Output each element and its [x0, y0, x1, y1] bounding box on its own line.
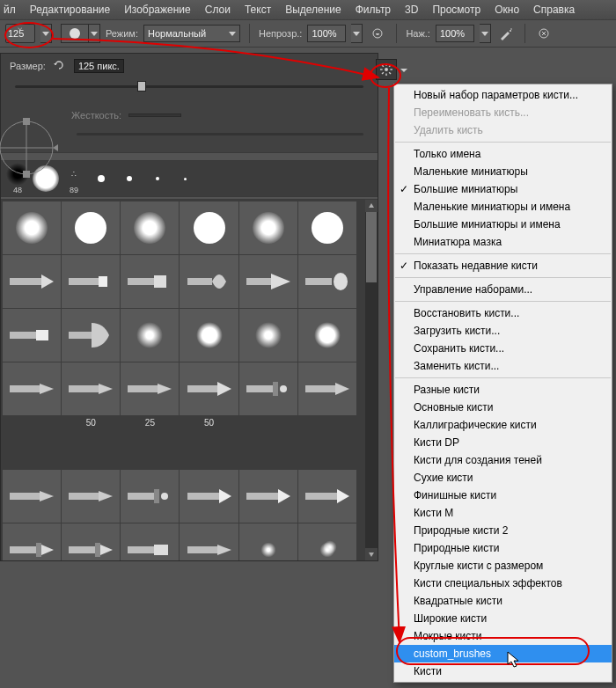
- menu-large-thumb-names[interactable]: Большие миниатюры и имена: [394, 216, 612, 233]
- recent-brush[interactable]: [117, 166, 142, 191]
- brush-cell[interactable]: 9: [239, 523, 297, 560]
- scrollbar[interactable]: [365, 200, 378, 560]
- menu-select[interactable]: Выделение: [285, 4, 341, 16]
- menu-set[interactable]: Круглые кисти с размером: [394, 557, 612, 575]
- menu-file[interactable]: йл: [4, 4, 16, 16]
- menu-mask-thumb[interactable]: Миниатюра мазка: [394, 233, 612, 251]
- brush-cell[interactable]: [239, 309, 297, 362]
- menu-filter[interactable]: Фильтр: [356, 4, 391, 16]
- brush-cell[interactable]: 30: [3, 523, 61, 560]
- menu-help[interactable]: Справка: [533, 4, 575, 16]
- menu-set[interactable]: Кисти DP: [394, 434, 612, 451]
- menu-set[interactable]: Сухие кисти: [394, 469, 612, 487]
- size-value[interactable]: 125 пикс.: [74, 59, 124, 73]
- brush-cell[interactable]: [62, 309, 120, 362]
- menu-reset[interactable]: Восстановить кисти...: [394, 304, 612, 322]
- menu-image[interactable]: Изображение: [124, 4, 191, 16]
- brush-cell[interactable]: 40: [62, 523, 120, 560]
- blend-mode-combo[interactable]: Нормальный: [143, 25, 240, 42]
- menu-3d[interactable]: 3D: [405, 4, 418, 16]
- brush-cell[interactable]: [3, 309, 61, 362]
- flow-dropdown[interactable]: [480, 24, 491, 43]
- brush-cell[interactable]: [180, 470, 238, 523]
- opacity-dropdown[interactable]: [351, 24, 363, 43]
- hardness-slider[interactable]: [77, 133, 363, 135]
- menu-preset-manager[interactable]: Управление наборами...: [394, 281, 612, 298]
- brush-preset-dropdown[interactable]: [89, 24, 100, 43]
- menu-set[interactable]: Квадратные кисти: [394, 592, 612, 610]
- menu-new-preset[interactable]: Новый набор параметров кисти...: [394, 86, 612, 104]
- menu-set[interactable]: Широкие кисти: [394, 610, 612, 627]
- gear-icon[interactable]: [376, 59, 397, 80]
- brush-cell[interactable]: [298, 255, 356, 308]
- brush-cell[interactable]: [298, 523, 356, 560]
- hardness-value[interactable]: [128, 113, 181, 117]
- menu-set[interactable]: Финишные кисти: [394, 487, 612, 504]
- size-slider[interactable]: [15, 85, 363, 88]
- brush-cell[interactable]: 50: [62, 362, 120, 415]
- menu-large-thumb[interactable]: Большие миниатюры: [394, 180, 612, 198]
- menu-names-only[interactable]: Только имена: [394, 145, 612, 163]
- brush-cell[interactable]: 50: [180, 362, 238, 415]
- menu-edit[interactable]: Редактирование: [30, 4, 110, 16]
- menu-set[interactable]: Разные кисти: [394, 381, 612, 399]
- menu-set[interactable]: Природные кисти: [394, 539, 612, 557]
- brush-cell[interactable]: [3, 255, 61, 308]
- brush-cell[interactable]: [121, 255, 179, 308]
- brush-cell[interactable]: [121, 201, 179, 254]
- pressure-opacity-icon[interactable]: [368, 24, 387, 43]
- scroll-down-icon[interactable]: [365, 548, 378, 560]
- menu-set[interactable]: Каллиграфические кисти: [394, 416, 612, 434]
- menu-small-thumb-names[interactable]: Маленькие миниатюры и имена: [394, 198, 612, 216]
- brush-angle-control[interactable]: [0, 115, 59, 180]
- menu-show-recent[interactable]: Показать недавние кисти: [394, 257, 612, 274]
- recent-brush[interactable]: [173, 167, 197, 191]
- menu-set[interactable]: Природные кисти 2: [394, 522, 612, 539]
- menu-replace[interactable]: Заменить кисти...: [394, 357, 612, 375]
- brush-cell[interactable]: [239, 362, 297, 415]
- brush-cell[interactable]: [62, 201, 120, 254]
- reset-size-icon[interactable]: [53, 59, 67, 73]
- recent-brush[interactable]: [145, 166, 170, 191]
- brush-cell[interactable]: [180, 523, 238, 560]
- brush-cell[interactable]: [180, 201, 238, 254]
- brush-cell[interactable]: 25: [121, 362, 179, 415]
- menu-set[interactable]: Мокрые кисти: [394, 627, 612, 645]
- menu-set-custom[interactable]: custom_brushes: [394, 645, 612, 662]
- pressure-size-icon[interactable]: [534, 24, 554, 43]
- menu-load[interactable]: Загрузить кисти...: [394, 322, 612, 340]
- brush-cell[interactable]: [298, 362, 356, 415]
- brush-cell[interactable]: [298, 309, 356, 362]
- opacity-field[interactable]: 100%: [307, 25, 346, 42]
- menu-set[interactable]: Кисти специальных эффектов: [394, 575, 612, 592]
- scroll-thumb[interactable]: [366, 212, 377, 282]
- brush-cell[interactable]: [3, 201, 61, 254]
- recent-brush[interactable]: ∴ 89: [62, 163, 85, 194]
- menu-set[interactable]: Кисти для создания теней: [394, 451, 612, 469]
- brush-cell[interactable]: 30: [121, 523, 179, 560]
- menu-set[interactable]: Кисти M: [394, 504, 612, 522]
- menu-view[interactable]: Просмотр: [432, 4, 480, 16]
- menu-layers[interactable]: Слои: [205, 4, 231, 16]
- brush-cell[interactable]: [239, 470, 297, 523]
- brush-cell[interactable]: [180, 255, 238, 308]
- brush-preview[interactable]: [61, 24, 89, 43]
- flow-field[interactable]: 100%: [436, 25, 474, 42]
- menu-save[interactable]: Сохранить кисти...: [394, 340, 612, 357]
- brush-size-field[interactable]: ⌵: [5, 24, 35, 43]
- menu-set[interactable]: Основные кисти: [394, 399, 612, 416]
- menu-window[interactable]: Окно: [495, 4, 519, 16]
- brush-cell[interactable]: [298, 470, 356, 523]
- recent-brush[interactable]: [89, 166, 114, 191]
- brush-cell[interactable]: [3, 362, 61, 415]
- brush-cell[interactable]: [239, 201, 297, 254]
- menu-small-thumb[interactable]: Маленькие миниатюры: [394, 163, 612, 180]
- brush-cell[interactable]: [121, 470, 179, 523]
- menu-set[interactable]: Кисти: [394, 662, 612, 680]
- brush-cell[interactable]: [121, 309, 179, 362]
- brush-cell[interactable]: [239, 255, 297, 308]
- brush-cell[interactable]: [3, 470, 61, 523]
- airbrush-icon[interactable]: [496, 24, 516, 43]
- brush-cell[interactable]: [298, 201, 356, 254]
- brush-cell[interactable]: [62, 255, 120, 308]
